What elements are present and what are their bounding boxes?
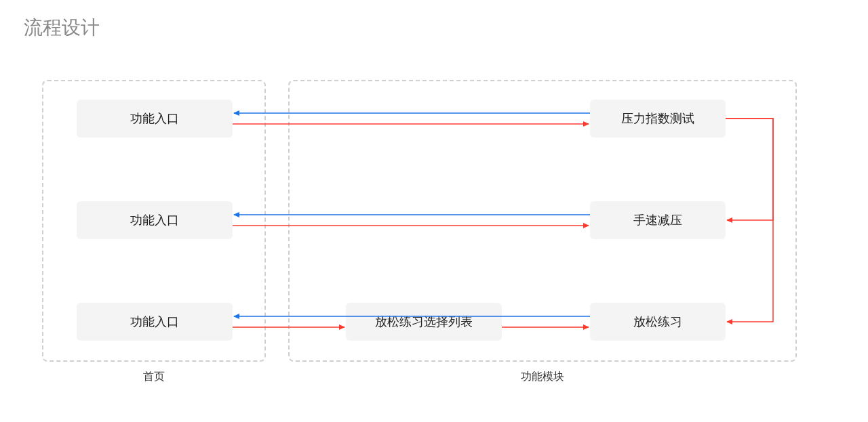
node-label: 放松练习选择列表 [375,314,473,330]
node-entry-3: 功能入口 [77,303,233,341]
node-stress-test: 压力指数测试 [590,100,726,138]
diagram-canvas: 流程设计 首页 功能模块 功能入口 功能入口 功能入口 压力指数测试 手速减压 … [0,0,868,422]
node-label: 功能入口 [130,212,179,228]
node-label: 压力指数测试 [621,110,694,127]
page-title: 流程设计 [24,15,100,41]
group-homepage-label: 首页 [42,370,266,384]
group-modules-label: 功能模块 [288,370,797,384]
node-relax-practice: 放松练习 [590,303,726,341]
node-entry-2: 功能入口 [77,201,233,239]
node-label: 放松练习 [633,314,682,330]
node-label: 功能入口 [130,314,179,330]
node-relax-list: 放松练习选择列表 [346,303,502,341]
node-entry-1: 功能入口 [77,100,233,138]
node-label: 功能入口 [130,110,179,127]
node-speed-relief: 手速减压 [590,201,726,239]
node-label: 手速减压 [633,212,682,228]
